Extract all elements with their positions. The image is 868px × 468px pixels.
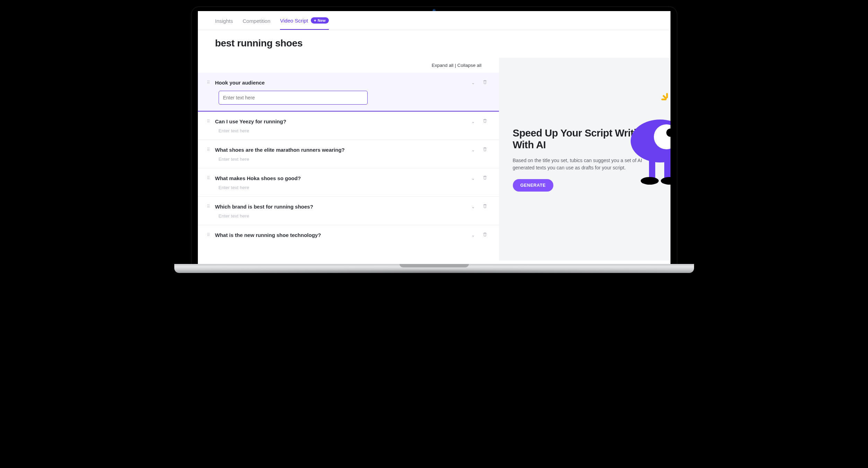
section-header: ⠿ What is the new running shoe technolog… (206, 231, 489, 238)
section-title: Hook your audience (215, 80, 465, 86)
section-title: What shoes are the elite marathon runner… (215, 147, 465, 153)
new-badge-label: New (318, 18, 326, 23)
app-screen: Insights Competition Video Script ✦ New … (198, 11, 670, 264)
top-tabs-bar: Insights Competition Video Script ✦ New (198, 11, 670, 30)
section-placeholder[interactable]: Enter text here (219, 185, 489, 190)
svg-point-9 (661, 177, 670, 185)
script-section: ⠿ What makes Hoka shoes so good? ⌄ Enter… (198, 168, 499, 197)
mascot-character-icon (622, 113, 670, 189)
section-header: ⠿ What makes Hoka shoes so good? ⌄ (206, 175, 489, 182)
drag-handle-icon[interactable]: ⠿ (206, 120, 210, 122)
ai-promo-pane: Speed Up Your Script Writing With AI Bas… (499, 58, 670, 261)
drag-handle-icon[interactable]: ⠿ (206, 149, 210, 151)
section-header: ⠿ Which brand is best for running shoes?… (206, 203, 489, 210)
collapse-all-link[interactable]: Collapse all (457, 63, 482, 68)
trash-icon[interactable] (481, 203, 489, 210)
laptop-shadow (192, 272, 677, 285)
section-placeholder[interactable]: Enter text here (219, 128, 489, 133)
tab-video-script[interactable]: Video Script ✦ New (280, 17, 329, 30)
drag-handle-icon[interactable]: ⠿ (206, 205, 210, 207)
workspace: Expand all | Collapse all ⠿ Hook your au… (198, 58, 670, 261)
section-title: Can I use Yeezy for running? (215, 118, 465, 124)
trash-icon[interactable] (481, 231, 489, 238)
svg-rect-6 (649, 158, 655, 178)
trash-icon[interactable] (481, 175, 489, 182)
section-title: Which brand is best for running shoes? (215, 204, 465, 210)
chevron-down-icon[interactable]: ⌄ (470, 147, 476, 153)
svg-point-8 (641, 177, 659, 185)
drag-handle-icon[interactable]: ⠿ (206, 234, 210, 236)
expand-separator: | (454, 63, 457, 68)
script-section: ⠿ Can I use Yeezy for running? ⌄ Enter t… (198, 112, 499, 140)
script-section: ⠿ Hook your audience ⌄ (198, 73, 499, 112)
expand-collapse-row: Expand all | Collapse all (198, 58, 499, 73)
section-title: What makes Hoka shoes so good? (215, 175, 465, 181)
chevron-down-icon[interactable]: ⌄ (470, 79, 476, 86)
section-title: What is the new running shoe technology? (215, 232, 465, 238)
drag-handle-icon[interactable]: ⠿ (206, 177, 210, 179)
script-section: ⠿ What is the new running shoe technolog… (198, 225, 499, 245)
tab-video-script-label: Video Script (280, 18, 308, 24)
hook-text-input[interactable] (219, 91, 368, 105)
new-badge: ✦ New (311, 17, 329, 24)
script-section: ⠿ Which brand is best for running shoes?… (198, 197, 499, 225)
chevron-down-icon[interactable]: ⌄ (470, 203, 476, 210)
chevron-down-icon[interactable]: ⌄ (470, 232, 476, 238)
chevron-down-icon[interactable]: ⌄ (470, 118, 476, 125)
section-header: ⠿ Can I use Yeezy for running? ⌄ (206, 118, 489, 125)
section-placeholder[interactable]: Enter text here (219, 213, 489, 219)
section-header: ⠿ What shoes are the elite marathon runn… (206, 146, 489, 153)
svg-line-2 (664, 96, 666, 98)
generate-button[interactable]: GENERATE (513, 179, 553, 192)
laptop-frame: Insights Competition Video Script ✦ New … (192, 7, 677, 264)
chevron-down-icon[interactable]: ⌄ (470, 175, 476, 182)
trash-icon[interactable] (481, 79, 489, 86)
section-header: ⠿ Hook your audience ⌄ (206, 79, 489, 86)
script-sections-pane: Expand all | Collapse all ⠿ Hook your au… (198, 58, 499, 261)
sparkle-icon: ✦ (314, 19, 316, 23)
sun-burst-icon (660, 92, 670, 106)
section-placeholder[interactable]: Enter text here (219, 157, 489, 162)
tab-competition[interactable]: Competition (243, 18, 270, 29)
svg-rect-7 (664, 158, 670, 178)
page-title: best running shoes (198, 30, 670, 58)
tabs-row: Insights Competition Video Script ✦ New (215, 17, 653, 30)
trash-icon[interactable] (481, 118, 489, 125)
tab-insights[interactable]: Insights (215, 18, 233, 29)
expand-all-link[interactable]: Expand all (432, 63, 454, 68)
script-section: ⠿ What shoes are the elite marathon runn… (198, 140, 499, 168)
drag-handle-icon[interactable]: ⠿ (206, 81, 210, 83)
trash-icon[interactable] (481, 146, 489, 153)
